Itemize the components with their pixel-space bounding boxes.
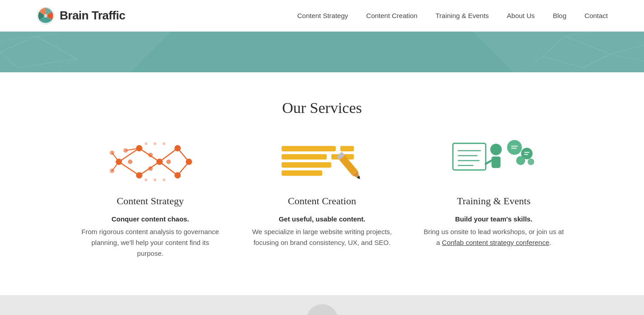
- svg-rect-48: [282, 146, 336, 151]
- svg-line-13: [610, 45, 644, 54]
- svg-rect-49: [282, 154, 327, 160]
- svg-point-42: [145, 142, 147, 145]
- content-strategy-icon: [105, 139, 196, 184]
- svg-rect-64: [491, 156, 500, 168]
- services-title: Our Services: [9, 99, 635, 117]
- service-card-content-creation: Content Creation Get useful, usable cont…: [250, 139, 395, 259]
- svg-point-63: [490, 144, 501, 155]
- main-nav: Content Strategy Content Creation Traini…: [297, 12, 608, 19]
- svg-point-26: [166, 160, 171, 164]
- svg-line-37: [178, 148, 189, 162]
- site-header: Brain Traffic Content Strategy Content C…: [0, 0, 644, 32]
- service-desc-content-strategy: From rigorous content analysis to govern…: [78, 226, 223, 259]
- nav-item-content-creation[interactable]: Content Creation: [366, 12, 417, 19]
- service-desc-training-events: Bring us onsite to lead workshops, or jo…: [422, 226, 566, 248]
- service-name-content-strategy: Content Strategy: [117, 195, 183, 207]
- services-grid: Content Strategy Conquer content chaos. …: [74, 139, 571, 259]
- nav-item-about-us[interactable]: About Us: [507, 12, 535, 19]
- svg-line-34: [139, 162, 160, 175]
- nav-item-blog[interactable]: Blog: [553, 12, 566, 19]
- footer-section: [0, 295, 644, 315]
- service-tagline-content-strategy: Conquer content chaos.: [112, 215, 189, 223]
- svg-line-32: [119, 162, 139, 175]
- svg-line-14: [610, 54, 644, 61]
- svg-point-23: [128, 160, 132, 164]
- svg-line-12: [542, 36, 565, 56]
- logo[interactable]: Brain Traffic: [36, 6, 125, 25]
- confab-link[interactable]: Confab content strategy conference: [442, 239, 550, 246]
- svg-line-33: [139, 148, 160, 162]
- service-name-content-creation: Content Creation: [288, 195, 356, 207]
- svg-rect-50: [282, 162, 331, 168]
- svg-line-11: [542, 56, 583, 68]
- svg-line-9: [565, 36, 610, 54]
- service-card-training-events: Training & Events Build your team's skil…: [422, 139, 566, 259]
- service-tagline-training-events: Build your team's skills.: [455, 215, 532, 223]
- service-tagline-content-creation: Get useful, usable content.: [279, 215, 366, 223]
- svg-line-5: [0, 52, 18, 68]
- svg-point-1: [44, 14, 47, 18]
- hero-background-pattern: [0, 32, 644, 72]
- svg-line-15: [520, 56, 542, 72]
- svg-line-39: [112, 153, 119, 162]
- svg-line-3: [36, 36, 77, 59]
- content-creation-icon: [277, 139, 367, 184]
- svg-point-47: [163, 179, 165, 181]
- svg-point-46: [154, 179, 156, 181]
- nav-item-training-events[interactable]: Training & Events: [436, 12, 489, 19]
- training-events-icon: [449, 139, 539, 184]
- svg-point-45: [145, 179, 147, 181]
- svg-point-44: [163, 142, 165, 145]
- footer-circle-decoration: [306, 304, 338, 315]
- nav-item-content-strategy[interactable]: Content Strategy: [297, 12, 348, 19]
- brain-traffic-logo-icon: [36, 6, 55, 25]
- svg-rect-51: [282, 170, 322, 176]
- svg-rect-52: [340, 146, 354, 151]
- services-section: Our Services: [0, 72, 644, 295]
- svg-line-10: [583, 54, 610, 68]
- svg-point-69: [527, 159, 534, 165]
- nav-item-contact[interactable]: Contact: [584, 12, 608, 19]
- service-desc-content-creation: We specialize in large website writing p…: [250, 226, 395, 248]
- svg-point-43: [154, 142, 156, 145]
- svg-line-16: [565, 32, 597, 36]
- logo-text: Brain Traffic: [60, 9, 125, 23]
- svg-line-38: [178, 162, 189, 175]
- service-card-content-strategy: Content Strategy Conquer content chaos. …: [78, 139, 223, 259]
- svg-line-40: [112, 162, 119, 171]
- hero-banner: [0, 32, 644, 72]
- svg-line-65: [485, 160, 491, 164]
- svg-point-68: [516, 156, 525, 165]
- svg-line-6: [36, 34, 59, 36]
- service-name-training-events: Training & Events: [457, 195, 531, 207]
- svg-point-66: [507, 140, 522, 155]
